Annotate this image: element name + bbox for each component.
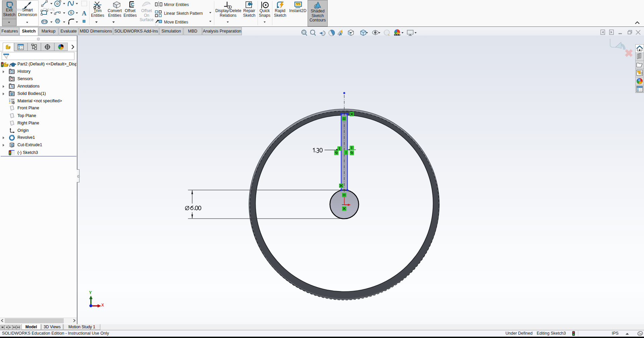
svg-text:Y: Y	[89, 290, 92, 295]
svg-text:X: X	[101, 303, 104, 307]
svg-text:A: A	[82, 10, 87, 17]
svg-text:A: A	[11, 85, 13, 88]
